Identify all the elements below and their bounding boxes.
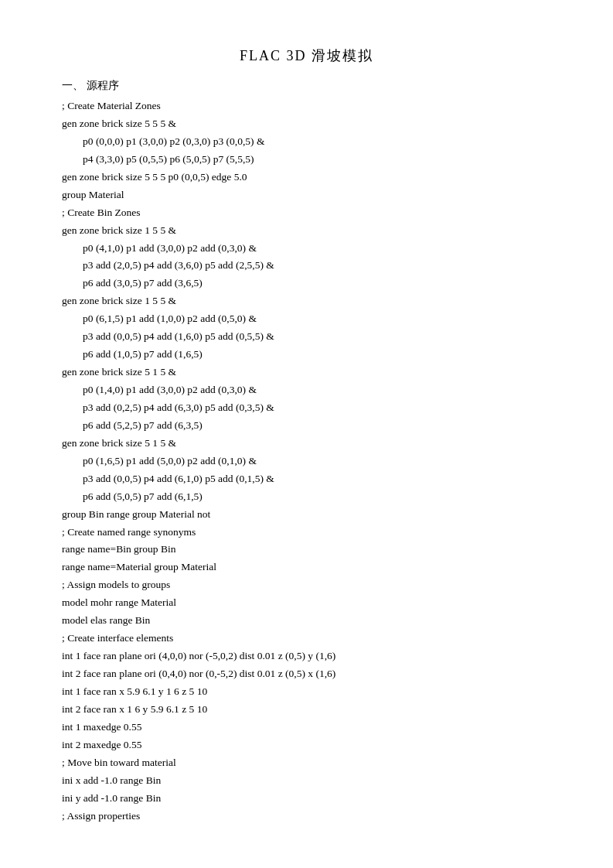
code-line: gen zone brick size 1 5 5 & — [62, 222, 551, 240]
code-line: group Bin range group Material not — [62, 506, 551, 524]
code-line: range name=Bin group Bin — [62, 541, 551, 559]
code-line: ; Create Bin Zones — [62, 204, 551, 222]
code-line: ; Create named range synonyms — [62, 524, 551, 542]
code-line: p0 (4,1,0) p1 add (3,0,0) p2 add (0,3,0)… — [62, 240, 551, 258]
code-line: group Material — [62, 186, 551, 204]
code-line: int 1 face ran plane ori (4,0,0) nor (-5… — [62, 648, 551, 665]
code-line: int 2 face ran x 1 6 y 5.9 6.1 z 5 10 — [62, 701, 551, 719]
code-line: ini x add -1.0 range Bin — [62, 772, 551, 790]
code-line: ; Create Material Zones — [62, 97, 551, 115]
code-line: ; Create interface elements — [62, 630, 551, 648]
code-line: gen zone brick size 5 5 5 & — [62, 115, 551, 133]
code-line: ; Assign properties — [62, 808, 551, 825]
code-line: p6 add (3,0,5) p7 add (3,6,5) — [62, 275, 551, 292]
code-line: model mohr range Material — [62, 594, 551, 612]
code-line: int 2 maxedge 0.55 — [62, 736, 551, 754]
code-line: range name=Material group Material — [62, 559, 551, 576]
code-content: ; Create Material Zonesgen zone brick si… — [62, 97, 551, 825]
code-line: int 1 maxedge 0.55 — [62, 719, 551, 736]
code-line: p3 add (0,0,5) p4 add (1,6,0) p5 add (0,… — [62, 328, 551, 346]
code-line: p3 add (2,0,5) p4 add (3,6,0) p5 add (2,… — [62, 257, 551, 275]
code-line: ini y add -1.0 range Bin — [62, 790, 551, 808]
code-line: p6 add (1,0,5) p7 add (1,6,5) — [62, 346, 551, 364]
code-line: p6 add (5,0,5) p7 add (6,1,5) — [62, 488, 551, 506]
section-header: 一、 源程序 — [62, 79, 551, 93]
page-title: FLAC 3D 滑坡模拟 — [62, 46, 551, 65]
code-line: ; Move bin toward material — [62, 754, 551, 772]
code-line: p3 add (0,0,5) p4 add (6,1,0) p5 add (0,… — [62, 470, 551, 488]
code-line: int 2 face ran plane ori (0,4,0) nor (0,… — [62, 665, 551, 683]
code-line: model elas range Bin — [62, 612, 551, 630]
code-line: p4 (3,3,0) p5 (0,5,5) p6 (5,0,5) p7 (5,5… — [62, 151, 551, 169]
code-line: p0 (0,0,0) p1 (3,0,0) p2 (0,3,0) p3 (0,0… — [62, 133, 551, 151]
code-line: p0 (6,1,5) p1 add (1,0,0) p2 add (0,5,0)… — [62, 310, 551, 328]
code-line: p0 (1,4,0) p1 add (3,0,0) p2 add (0,3,0)… — [62, 381, 551, 399]
code-line: p3 add (0,2,5) p4 add (6,3,0) p5 add (0,… — [62, 399, 551, 417]
code-line: p6 add (5,2,5) p7 add (6,3,5) — [62, 417, 551, 435]
code-line: p0 (1,6,5) p1 add (5,0,0) p2 add (0,1,0)… — [62, 453, 551, 470]
code-line: int 1 face ran x 5.9 6.1 y 1 6 z 5 10 — [62, 683, 551, 701]
code-line: ; Assign models to groups — [62, 576, 551, 594]
code-line: gen zone brick size 5 1 5 & — [62, 435, 551, 453]
code-line: gen zone brick size 5 5 5 p0 (0,0,5) edg… — [62, 169, 551, 186]
code-line: gen zone brick size 5 1 5 & — [62, 364, 551, 381]
code-line: gen zone brick size 1 5 5 & — [62, 292, 551, 310]
